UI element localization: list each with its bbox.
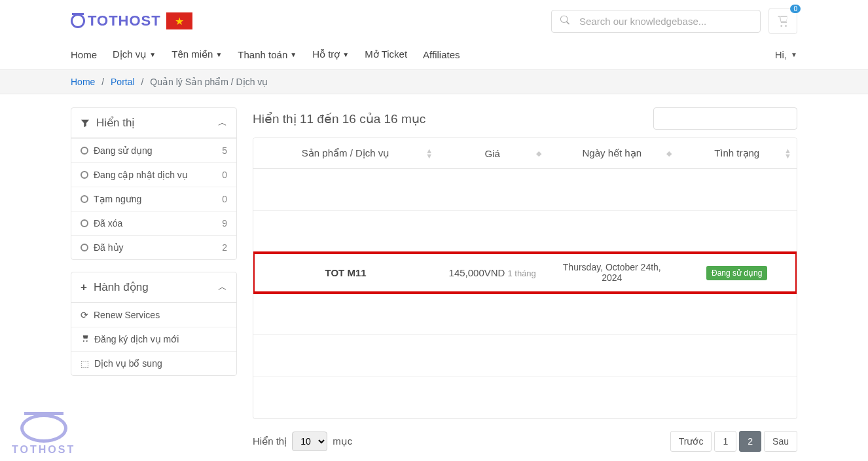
page-1[interactable]: 1 xyxy=(714,431,736,452)
filter-updating[interactable]: Đang cập nhật dịch vụ0 xyxy=(71,162,236,187)
per-page-control: Hiển thị 10 mục xyxy=(253,432,352,451)
action-addons[interactable]: ⬚Dịch vụ bổ sung xyxy=(71,351,236,375)
table-row[interactable] xyxy=(253,211,797,253)
due-date: Thursday, October 24th, 2024 xyxy=(547,253,677,293)
nav-affiliates[interactable]: Affiliates xyxy=(423,48,460,60)
breadcrumb-home[interactable]: Home xyxy=(71,77,95,87)
breadcrumb-sep: / xyxy=(137,77,148,87)
nav-home[interactable]: Home xyxy=(71,48,97,60)
main-nav: Home Dịch vụ▼ Tên miền▼ Thanh toán▼ Hỗ t… xyxy=(71,48,460,60)
knowledgebase-search[interactable] xyxy=(551,10,761,33)
refresh-icon: ⟳ xyxy=(81,310,88,320)
sort-icon: ▲▼ xyxy=(425,148,433,158)
circle-icon xyxy=(81,195,88,203)
price-value: 145,000VND1 tháng xyxy=(449,267,536,278)
chevron-down-icon: ▼ xyxy=(149,51,156,58)
plus-icon: + xyxy=(81,281,87,294)
cubes-icon: ⬚ xyxy=(81,358,89,369)
chevron-up-icon: ︿ xyxy=(218,117,227,129)
filter-cancelled[interactable]: Đã hủy2 xyxy=(71,235,236,259)
nav-billing[interactable]: Thanh toán▼ xyxy=(238,48,297,60)
filter-panel-toggle[interactable]: Hiển thị ︿ xyxy=(71,108,236,138)
cart-count-badge: 0 xyxy=(790,5,801,13)
chevron-down-icon: ▼ xyxy=(215,51,222,58)
nav-open-ticket[interactable]: Mở Ticket xyxy=(365,48,407,60)
product-name: TOT M11 xyxy=(260,267,431,278)
table-row-highlighted[interactable]: TOT M11 145,000VND1 tháng Thursday, Octo… xyxy=(253,253,797,293)
filter-panel: Hiển thị ︿ Đang sử dụng5 Đang cập nhật d… xyxy=(71,107,237,260)
chevron-down-icon: ▼ xyxy=(290,51,297,58)
page-next[interactable]: Sau xyxy=(764,431,797,452)
page-prev[interactable]: Trước xyxy=(670,431,712,452)
status-badge: Đang sử dụng xyxy=(706,266,767,280)
greeting-text: Hi, xyxy=(775,49,787,60)
table-search[interactable] xyxy=(653,107,797,130)
col-status[interactable]: Tình trạng▲▼ xyxy=(677,138,797,169)
page-2[interactable]: 2 xyxy=(739,431,761,452)
filter-suspended[interactable]: Tạm ngưng0 xyxy=(71,187,236,211)
showing-summary: Hiển thị 11 đến 16 của 16 mục xyxy=(253,111,425,126)
breadcrumb-portal[interactable]: Portal xyxy=(111,77,135,87)
nav-support[interactable]: Hỗ trợ▼ xyxy=(312,48,349,60)
filter-title: Hiển thị xyxy=(96,116,135,130)
filter-count: 9 xyxy=(222,218,227,229)
col-product[interactable]: Sản phẩm / Dịch vụ▲▼ xyxy=(253,138,438,169)
table-row[interactable] xyxy=(253,169,797,211)
brand-text: TOTHOST xyxy=(88,12,161,29)
logo-icon xyxy=(71,14,85,28)
search-icon xyxy=(560,16,570,27)
logo-icon xyxy=(20,414,67,443)
user-menu[interactable]: Hi, ▼ xyxy=(775,49,797,60)
table-search-input[interactable] xyxy=(653,107,797,130)
pagination: Trước 1 2 Sau xyxy=(670,431,797,452)
filter-count: 2 xyxy=(222,242,227,253)
filter-active[interactable]: Đang sử dụng5 xyxy=(71,138,236,162)
per-page-select[interactable]: 10 xyxy=(292,432,327,451)
action-register[interactable]: Đăng ký dịch vụ mới xyxy=(71,327,236,351)
table-header-row: Sản phẩm / Dịch vụ▲▼ Giá◆ Ngày hết hạn◆ … xyxy=(253,138,797,169)
table-row[interactable] xyxy=(253,335,797,377)
sort-diamond-icon: ◆ xyxy=(666,151,672,156)
breadcrumb-current: Quản lý Sản phẩm / Dịch vụ xyxy=(150,77,268,87)
nav-services[interactable]: Dịch vụ▼ xyxy=(113,48,156,60)
actions-panel-toggle[interactable]: +Hành động ︿ xyxy=(71,272,236,303)
action-renew[interactable]: ⟳Renew Services xyxy=(71,303,236,327)
filter-count: 0 xyxy=(222,170,227,180)
circle-icon xyxy=(81,244,88,251)
search-input[interactable] xyxy=(551,10,761,33)
actions-panel: +Hành động ︿ ⟳Renew Services Đăng ký dịc… xyxy=(71,272,237,376)
logo-wrap[interactable]: TOTHOST ★ xyxy=(71,12,192,29)
cart-icon xyxy=(777,15,789,27)
cart-button[interactable]: 0 xyxy=(769,8,797,34)
filter-count: 5 xyxy=(222,145,227,156)
filter-count: 0 xyxy=(222,194,227,204)
vietnam-flag-icon: ★ xyxy=(166,12,192,29)
per-page-prefix: Hiển thị xyxy=(253,435,287,447)
chevron-up-icon: ︿ xyxy=(218,282,227,293)
services-table: Sản phẩm / Dịch vụ▲▼ Giá◆ Ngày hết hạn◆ … xyxy=(253,138,797,419)
filter-deleted[interactable]: Đã xóa9 xyxy=(71,211,236,235)
sort-icon: ▲▼ xyxy=(784,148,791,158)
circle-icon xyxy=(81,171,88,179)
nav-domains[interactable]: Tên miền▼ xyxy=(172,48,222,60)
breadcrumb: Home / Portal / Quản lý Sản phẩm / Dịch … xyxy=(61,70,807,94)
breadcrumb-sep: / xyxy=(98,77,108,87)
filter-icon xyxy=(81,119,90,128)
cart-icon xyxy=(81,334,89,344)
billing-cycle: 1 tháng xyxy=(507,268,535,278)
col-price[interactable]: Giá◆ xyxy=(438,138,547,169)
actions-title: Hành động xyxy=(94,280,149,294)
per-page-suffix: mục xyxy=(333,435,352,447)
sort-diamond-icon: ◆ xyxy=(536,151,541,156)
table-row[interactable] xyxy=(253,293,797,335)
chevron-down-icon: ▼ xyxy=(791,51,797,58)
circle-icon xyxy=(81,147,88,155)
table-row[interactable] xyxy=(253,377,797,418)
brand-logo: TOTHOST xyxy=(71,12,161,29)
circle-icon xyxy=(81,219,88,227)
col-due[interactable]: Ngày hết hạn◆ xyxy=(547,138,677,169)
chevron-down-icon: ▼ xyxy=(342,51,349,58)
